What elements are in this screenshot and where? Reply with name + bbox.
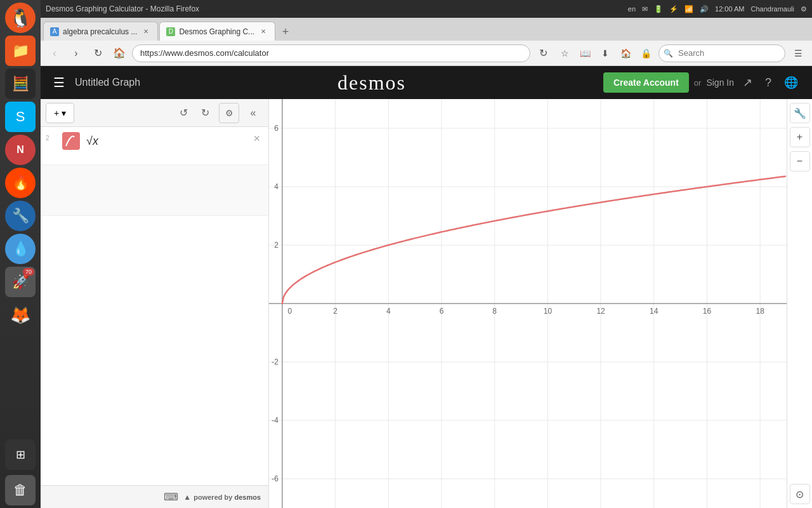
window-title: Desmos Graphing Calculator - Mozilla Fir… xyxy=(46,4,199,13)
icon-3[interactable]: N xyxy=(5,135,36,165)
main-area: Desmos Graphing Calculator - Mozilla Fir… xyxy=(41,0,812,508)
menu-button[interactable]: ☰ xyxy=(789,44,807,62)
expr-panel-empty xyxy=(41,216,268,485)
expand-arrow[interactable]: ▲ xyxy=(181,490,193,504)
tab1-title: algebra precalculus ... xyxy=(63,27,137,36)
home-toolbar-btn[interactable]: 🏠 xyxy=(617,44,634,62)
system-time: 12:00 AM xyxy=(715,5,744,13)
tab1-close[interactable]: ✕ xyxy=(141,27,151,37)
keyboard-icon[interactable]: ⌨ xyxy=(160,487,181,507)
expr-number: 2 xyxy=(46,132,58,142)
help-icon[interactable]: ? xyxy=(761,74,775,92)
wrench-button[interactable]: 🔧 xyxy=(790,103,810,123)
tab2-close[interactable]: ✕ xyxy=(258,27,268,37)
bottom-bar: ⌨ ▲ powered by desmos xyxy=(41,485,268,508)
home-view-button[interactable]: ⊙ xyxy=(790,484,810,504)
globe-icon[interactable]: 🌐 xyxy=(780,73,802,92)
os-titlebar: Desmos Graphing Calculator - Mozilla Fir… xyxy=(41,0,812,18)
battery-icon: 🔋 xyxy=(654,5,663,13)
desmos-logo: desmos xyxy=(148,71,596,95)
forward-button[interactable]: › xyxy=(67,44,85,62)
tab-1[interactable]: A algebra precalculus ... ✕ xyxy=(43,22,158,41)
safe-btn[interactable]: 🔒 xyxy=(637,44,655,62)
add-expression-button[interactable]: + ▾ xyxy=(46,103,74,123)
graph-controls: 🔧 + − ⊙ xyxy=(787,99,812,508)
expr-icon-svg xyxy=(65,135,77,147)
icon-5[interactable]: 🔧 xyxy=(5,201,36,231)
system-tray: en ✉ 🔋 ⚡ 📶 🔊 12:00 AM Chandramauli ⚙ xyxy=(628,5,807,13)
expr-close-button[interactable]: ✕ xyxy=(251,132,263,145)
new-tab-button[interactable]: + xyxy=(277,23,294,41)
reader-view[interactable]: 📖 xyxy=(576,44,594,62)
user-name: Chandramauli xyxy=(751,5,794,13)
icon-4[interactable]: 🔥 xyxy=(5,168,36,198)
settings-button[interactable]: ⚙ xyxy=(219,103,239,123)
search-wrapper xyxy=(658,44,785,62)
redo-button[interactable]: ↻ xyxy=(195,103,215,123)
tab-bar: A algebra precalculus ... ✕ D Desmos Gra… xyxy=(41,18,812,41)
app-icon-1[interactable]: 🧮 xyxy=(5,69,36,99)
reload-button[interactable]: ↻ xyxy=(534,44,552,62)
tab2-favicon: D xyxy=(166,27,175,36)
browser: A algebra precalculus ... ✕ D Desmos Gra… xyxy=(41,18,812,508)
expr-color-icon[interactable] xyxy=(62,132,80,150)
create-account-button[interactable]: Create Account xyxy=(603,72,689,93)
expr-formula: √x xyxy=(86,135,98,147)
graph-area: 🔧 + − ⊙ xyxy=(269,99,812,508)
keyboard-layout: en xyxy=(628,5,636,13)
zoom-in-button[interactable]: + xyxy=(790,127,810,147)
share-icon[interactable]: ↗ xyxy=(739,73,756,92)
firefox-icon[interactable]: 🦊 xyxy=(5,300,36,330)
mail-icon: ✉ xyxy=(642,5,648,13)
address-bar: ‹ › ↻ 🏠 ↻ ☆ 📖 ⬇ 🏠 🔒 ☰ xyxy=(41,41,812,66)
or-text: or xyxy=(694,78,702,88)
ubuntu-icon[interactable]: 🐧 xyxy=(5,3,36,33)
graph-title[interactable]: Untitled Graph xyxy=(75,77,140,88)
calculator-area: + ▾ ↺ ↻ ⚙ « 2 xyxy=(41,99,812,508)
search-input[interactable] xyxy=(658,44,785,62)
window-title-area: Desmos Graphing Calculator - Mozilla Fir… xyxy=(46,4,199,13)
trash-icon[interactable]: 🗑 xyxy=(5,475,36,505)
wifi-icon: 📶 xyxy=(684,5,693,13)
url-input[interactable] xyxy=(132,44,530,62)
bookmark-star[interactable]: ☆ xyxy=(556,44,573,62)
terminal-icon[interactable]: ⊞ xyxy=(5,439,36,470)
hamburger-menu[interactable]: ☰ xyxy=(51,72,67,93)
tab-2[interactable]: D Desmos Graphing C... ✕ xyxy=(159,22,275,41)
zoom-out-button[interactable]: − xyxy=(790,151,810,171)
graph-canvas[interactable] xyxy=(269,99,787,508)
toolbar-icons: ☆ 📖 ⬇ 🏠 🔒 xyxy=(556,44,655,62)
undo-redo-group: ↺ ↻ xyxy=(173,103,215,123)
undo-button[interactable]: ↺ xyxy=(173,103,193,123)
notification-badge: 70 xyxy=(23,268,34,276)
collapse-button[interactable]: « xyxy=(243,103,263,123)
icon-6[interactable]: 💧 xyxy=(5,234,36,264)
tab1-favicon: A xyxy=(50,27,59,36)
os-taskbar: 🐧 📁 🧮 S N 🔥 🔧 💧 🚀 70 🦊 ⊞ 🗑 xyxy=(0,0,41,508)
back-button[interactable]: ‹ xyxy=(46,44,63,62)
desmos-header: ☰ Untitled Graph desmos Create Account o… xyxy=(41,66,812,99)
expression-item-2[interactable] xyxy=(41,165,268,216)
files-icon[interactable]: 📁 xyxy=(5,36,36,66)
powered-by-text: powered by desmos xyxy=(193,493,261,501)
sign-in-link[interactable]: Sign In xyxy=(706,77,734,88)
power-icon: ⚙ xyxy=(801,5,807,13)
icon-7[interactable]: 🚀 70 xyxy=(5,267,36,297)
volume-icon: 🔊 xyxy=(700,5,709,13)
tab2-title: Desmos Graphing C... xyxy=(179,27,254,36)
expression-panel: + ▾ ↺ ↻ ⚙ « 2 xyxy=(41,99,269,508)
refresh-button[interactable]: ↻ xyxy=(89,44,107,62)
header-right: Create Account or Sign In ↗ ? 🌐 xyxy=(603,72,802,93)
bluetooth-icon: ⚡ xyxy=(669,5,678,13)
skype-icon[interactable]: S xyxy=(5,102,36,132)
expression-input[interactable]: √x xyxy=(85,132,263,149)
home-button[interactable]: 🏠 xyxy=(110,44,128,62)
expr-toolbar: + ▾ ↺ ↻ ⚙ « xyxy=(41,99,268,127)
download-btn[interactable]: ⬇ xyxy=(596,44,614,62)
expression-item: 2 √x ✕ xyxy=(41,127,268,165)
